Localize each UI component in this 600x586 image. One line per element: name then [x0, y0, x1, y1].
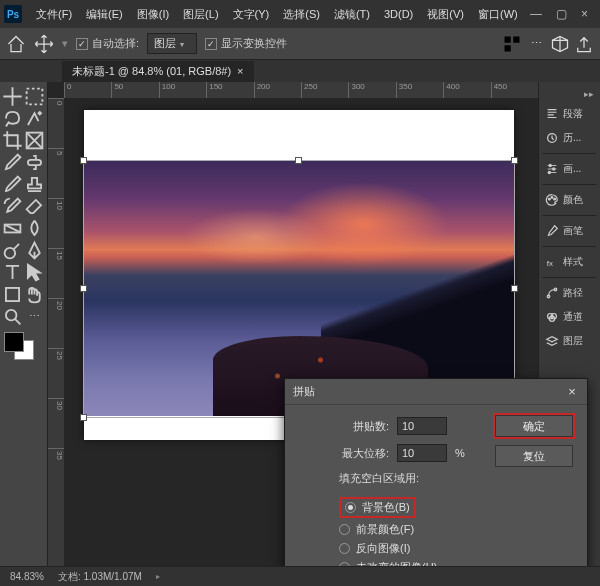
- lasso-tool[interactable]: [2, 108, 23, 129]
- radio-background-label: 背景色(B): [362, 500, 410, 515]
- autoselect-checkbox[interactable]: ✓: [76, 38, 88, 50]
- zoom-level[interactable]: 84.83%: [10, 571, 44, 582]
- foreground-swatch[interactable]: [4, 332, 24, 352]
- heal-tool[interactable]: [24, 152, 45, 173]
- svg-rect-5: [28, 160, 41, 165]
- move-tool[interactable]: [2, 86, 23, 107]
- percent-label: %: [455, 447, 465, 459]
- document-tabs: 未标题-1 @ 84.8% (01, RGB/8#) ×: [0, 60, 600, 82]
- ruler-horizontal: 050100150200250300350400450: [64, 82, 538, 98]
- share-icon[interactable]: [574, 34, 594, 54]
- fill-radio-group: 背景色(B) 前景颜色(F) 反向图像(I) 未改变的图像(U): [339, 495, 573, 577]
- svg-point-7: [5, 248, 16, 259]
- autoselect-target-select[interactable]: 图层: [147, 33, 197, 54]
- edit-toolbar-icon[interactable]: ⋯: [24, 306, 45, 327]
- svg-rect-8: [6, 288, 19, 301]
- svg-rect-0: [505, 36, 511, 42]
- menu-select[interactable]: 选择(S): [277, 3, 326, 26]
- frame-tool[interactable]: [24, 130, 45, 151]
- showtransform-checkbox[interactable]: ✓: [205, 38, 217, 50]
- shape-tool[interactable]: [2, 284, 23, 305]
- tile-count-label: 拼贴数:: [299, 419, 389, 434]
- eyedropper-tool[interactable]: [2, 152, 23, 173]
- showtransform-label: 显示变换控件: [221, 36, 287, 51]
- color-swatches[interactable]: [2, 332, 45, 364]
- more-icon[interactable]: ⋯: [526, 34, 546, 54]
- window-minimize-icon[interactable]: —: [530, 7, 542, 21]
- crop-tool[interactable]: [2, 130, 23, 151]
- radio-background[interactable]: [345, 502, 356, 513]
- toolbox: ⋯: [0, 82, 48, 566]
- window-close-icon[interactable]: ×: [581, 7, 588, 21]
- radio-foreground[interactable]: [339, 524, 350, 535]
- max-offset-input[interactable]: [397, 444, 447, 462]
- panel-history[interactable]: 历...: [539, 126, 600, 150]
- panel-brushes[interactable]: 画笔: [539, 219, 600, 243]
- dodge-tool[interactable]: [2, 240, 23, 261]
- app-logo: Ps: [4, 5, 22, 23]
- svg-point-12: [553, 168, 555, 170]
- reset-button[interactable]: 复位: [495, 445, 573, 467]
- svg-point-14: [549, 198, 551, 200]
- document-tab-close-icon[interactable]: ×: [237, 65, 243, 77]
- brush-tool[interactable]: [2, 174, 23, 195]
- path-select-tool[interactable]: [24, 262, 45, 283]
- svg-point-16: [554, 198, 556, 200]
- type-tool[interactable]: [2, 262, 23, 283]
- expand-panels-icon[interactable]: ▸▸: [539, 86, 600, 102]
- tile-count-input[interactable]: [397, 417, 447, 435]
- eraser-tool[interactable]: [24, 196, 45, 217]
- panel-styles[interactable]: fx样式: [539, 250, 600, 274]
- radio-inverse[interactable]: [339, 543, 350, 554]
- dialog-close-icon[interactable]: ×: [565, 385, 579, 399]
- svg-rect-2: [505, 45, 511, 51]
- menu-type[interactable]: 文字(Y): [227, 3, 276, 26]
- menu-bar: Ps 文件(F) 编辑(E) 图像(I) 图层(L) 文字(Y) 选择(S) 滤…: [0, 0, 600, 28]
- doc-info: 文档: 1.03M/1.07M: [58, 570, 142, 584]
- align-icon[interactable]: [502, 34, 522, 54]
- menu-image[interactable]: 图像(I): [131, 3, 175, 26]
- radio-foreground-label: 前景颜色(F): [356, 522, 414, 537]
- marquee-tool[interactable]: [24, 86, 45, 107]
- menu-view[interactable]: 视图(V): [421, 3, 470, 26]
- svg-point-11: [549, 164, 551, 166]
- svg-point-9: [6, 310, 17, 321]
- window-maximize-icon[interactable]: ▢: [556, 7, 567, 21]
- ok-button[interactable]: 确定: [495, 415, 573, 437]
- pen-tool[interactable]: [24, 240, 45, 261]
- home-icon[interactable]: [6, 34, 26, 54]
- options-bar: ▾ ✓ 自动选择: 图层 ✓ 显示变换控件 ⋯: [0, 28, 600, 60]
- svg-rect-1: [513, 36, 519, 42]
- menu-3d[interactable]: 3D(D): [378, 4, 419, 24]
- blur-tool[interactable]: [24, 218, 45, 239]
- history-brush-tool[interactable]: [2, 196, 23, 217]
- svg-rect-3: [27, 89, 43, 105]
- panel-paths[interactable]: 路径: [539, 281, 600, 305]
- panel-color[interactable]: 颜色: [539, 188, 600, 212]
- menu-filter[interactable]: 滤镜(T): [328, 3, 376, 26]
- radio-inverse-label: 反向图像(I): [356, 541, 410, 556]
- max-offset-label: 最大位移:: [299, 446, 389, 461]
- stamp-tool[interactable]: [24, 174, 45, 195]
- panel-paragraph[interactable]: 段落: [539, 102, 600, 126]
- svg-text:fx: fx: [547, 259, 553, 268]
- document-tab[interactable]: 未标题-1 @ 84.8% (01, RGB/8#) ×: [62, 61, 254, 82]
- fill-heading: 填充空白区域用:: [299, 471, 419, 486]
- move-tool-icon[interactable]: [34, 34, 54, 54]
- hand-tool[interactable]: [24, 284, 45, 305]
- svg-point-13: [548, 171, 550, 173]
- panel-channels[interactable]: 通道: [539, 305, 600, 329]
- menu-window[interactable]: 窗口(W): [472, 3, 524, 26]
- menu-file[interactable]: 文件(F): [30, 3, 78, 26]
- panel-layers[interactable]: 图层: [539, 329, 600, 353]
- quickselect-tool[interactable]: [24, 108, 45, 129]
- 3d-mode-icon[interactable]: [550, 34, 570, 54]
- menu-layer[interactable]: 图层(L): [177, 3, 224, 26]
- menu-edit[interactable]: 编辑(E): [80, 3, 129, 26]
- tiles-dialog: 拼贴 × 确定 复位 拼贴数: 最大位移: % 填充空白区域用: 背景色(B): [284, 378, 588, 574]
- ruler-vertical: 05101520253035: [48, 98, 64, 566]
- zoom-tool[interactable]: [2, 306, 23, 327]
- gradient-tool[interactable]: [2, 218, 23, 239]
- document-tab-title: 未标题-1 @ 84.8% (01, RGB/8#): [72, 64, 231, 79]
- panel-brushsettings[interactable]: 画...: [539, 157, 600, 181]
